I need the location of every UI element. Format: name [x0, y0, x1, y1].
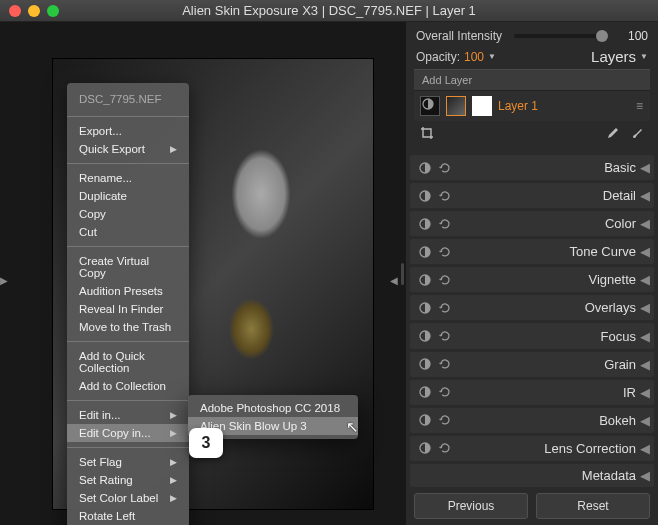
panel-title: Overlays [452, 300, 640, 315]
menu-set-rating[interactable]: Set Rating▶ [67, 471, 189, 489]
menu-set-flag[interactable]: Set Flag▶ [67, 453, 189, 471]
panel-grain[interactable]: Grain◀ [410, 352, 654, 377]
chevron-left-icon: ◀ [640, 244, 646, 259]
toggle-icon[interactable] [418, 385, 432, 399]
panel-vignette[interactable]: Vignette◀ [410, 267, 654, 292]
overall-intensity-slider[interactable] [514, 34, 608, 38]
reset-icon[interactable] [438, 385, 452, 399]
reset-icon[interactable] [438, 357, 452, 371]
panel-title: IR [452, 385, 640, 400]
panel-title: Grain [452, 357, 640, 372]
menu-audition-presets[interactable]: Audition Presets [67, 282, 189, 300]
window-titlebar: Alien Skin Exposure X3 | DSC_7795.NEF | … [0, 0, 658, 22]
toggle-icon[interactable] [418, 217, 432, 231]
panel-detail[interactable]: Detail◀ [410, 183, 654, 208]
menu-edit-in[interactable]: Edit in...▶ [67, 406, 189, 424]
chevron-left-icon: ◀ [640, 385, 646, 400]
toggle-icon[interactable] [418, 329, 432, 343]
panel-ir[interactable]: IR◀ [410, 380, 654, 405]
toggle-icon[interactable] [418, 301, 432, 315]
reset-icon[interactable] [438, 161, 452, 175]
menu-duplicate[interactable]: Duplicate [67, 187, 189, 205]
chevron-left-icon: ◀ [640, 188, 646, 203]
overall-intensity-value: 100 [620, 29, 648, 43]
menu-rename[interactable]: Rename... [67, 169, 189, 187]
panel-color[interactable]: Color◀ [410, 211, 654, 236]
panel-metadata[interactable]: Metadata◀ [410, 464, 654, 487]
add-layer-button[interactable]: Add Layer [414, 69, 650, 91]
panel-overlays[interactable]: Overlays◀ [410, 295, 654, 320]
menu-move-to-trash[interactable]: Move to the Trash [67, 318, 189, 336]
reset-icon[interactable] [438, 217, 452, 231]
chevron-left-icon: ◀ [640, 300, 646, 315]
panel-title: Focus [452, 329, 640, 344]
overall-intensity-row: Overall Intensity 100 [406, 26, 658, 46]
layer-name-label[interactable]: Layer 1 [498, 99, 538, 113]
collapse-right-panel-button[interactable]: ◀ [390, 272, 398, 288]
toggle-icon[interactable] [418, 273, 432, 287]
chevron-left-icon: ◀ [640, 468, 646, 483]
menu-create-virtual-copy[interactable]: Create Virtual Copy [67, 252, 189, 282]
panel-resizer[interactable] [398, 22, 406, 525]
chevron-left-icon: ◀ [640, 160, 646, 175]
reset-icon[interactable] [438, 273, 452, 287]
reset-icon[interactable] [438, 413, 452, 427]
previous-button[interactable]: Previous [414, 493, 528, 519]
toggle-icon[interactable] [418, 413, 432, 427]
menu-reveal-in-finder[interactable]: Reveal In Finder [67, 300, 189, 318]
panel-title: Vignette [452, 272, 640, 287]
panel-title: Color [452, 216, 640, 231]
menu-rotate-left[interactable]: Rotate Left [67, 507, 189, 525]
submenu-photoshop[interactable]: Adobe Photoshop CC 2018 [188, 399, 358, 417]
step-callout: 3 [189, 428, 223, 458]
menu-quick-export[interactable]: Quick Export▶ [67, 140, 189, 158]
layer-thumbnail[interactable] [446, 96, 466, 116]
toggle-icon[interactable] [418, 245, 432, 259]
panel-focus[interactable]: Focus◀ [410, 323, 654, 348]
chevron-left-icon: ◀ [640, 272, 646, 287]
toggle-icon[interactable] [418, 161, 432, 175]
brush-icon[interactable] [630, 126, 644, 140]
menu-edit-copy-in[interactable]: Edit Copy in...▶ [67, 424, 189, 442]
chevron-left-icon: ◀ [640, 413, 646, 428]
panel-tone-curve[interactable]: Tone Curve◀ [410, 239, 654, 264]
layer-menu-icon[interactable]: ≡ [636, 99, 644, 113]
expand-left-panel-button[interactable]: ▶ [0, 272, 8, 288]
reset-button[interactable]: Reset [536, 493, 650, 519]
reset-icon[interactable] [438, 329, 452, 343]
menu-copy[interactable]: Copy [67, 205, 189, 223]
panel-basic[interactable]: Basic◀ [410, 155, 654, 180]
layers-panel-title[interactable]: Layers▼ [591, 48, 648, 65]
pencil-icon[interactable] [606, 126, 620, 140]
reset-icon[interactable] [438, 189, 452, 203]
menu-add-collection[interactable]: Add to Collection [67, 377, 189, 395]
right-panel: Overall Intensity 100 Opacity: 100 ▼ Lay… [406, 22, 658, 525]
menu-add-quick-collection[interactable]: Add to Quick Collection [67, 347, 189, 377]
crop-icon[interactable] [420, 126, 434, 140]
layer-row[interactable]: Layer 1 ≡ [414, 91, 650, 121]
image-viewport: ▶ ◀ DSC_7795.NEF Export... Quick Export▶… [0, 22, 398, 525]
chevron-left-icon: ◀ [640, 216, 646, 231]
menu-export[interactable]: Export... [67, 122, 189, 140]
reset-icon[interactable] [438, 441, 452, 455]
layer-opacity-control[interactable]: Opacity: 100 ▼ [416, 50, 496, 64]
chevron-down-icon: ▼ [640, 52, 648, 61]
menu-set-color-label[interactable]: Set Color Label▶ [67, 489, 189, 507]
panel-title: Tone Curve [452, 244, 640, 259]
toggle-icon[interactable] [418, 357, 432, 371]
panel-title: Detail [452, 188, 640, 203]
context-menu: DSC_7795.NEF Export... Quick Export▶ Ren… [67, 83, 189, 525]
panel-lens-correction[interactable]: Lens Correction◀ [410, 436, 654, 461]
layer-visibility-thumb[interactable] [420, 96, 440, 116]
layer-mask-thumbnail[interactable] [472, 96, 492, 116]
reset-icon[interactable] [438, 301, 452, 315]
reset-icon[interactable] [438, 245, 452, 259]
chevron-left-icon: ◀ [640, 357, 646, 372]
toggle-icon[interactable] [418, 189, 432, 203]
panel-bokeh[interactable]: Bokeh◀ [410, 408, 654, 433]
layer-tools-row [414, 121, 650, 145]
overall-intensity-label: Overall Intensity [416, 29, 502, 43]
chevron-left-icon: ◀ [640, 329, 646, 344]
menu-cut[interactable]: Cut [67, 223, 189, 241]
toggle-icon[interactable] [418, 441, 432, 455]
